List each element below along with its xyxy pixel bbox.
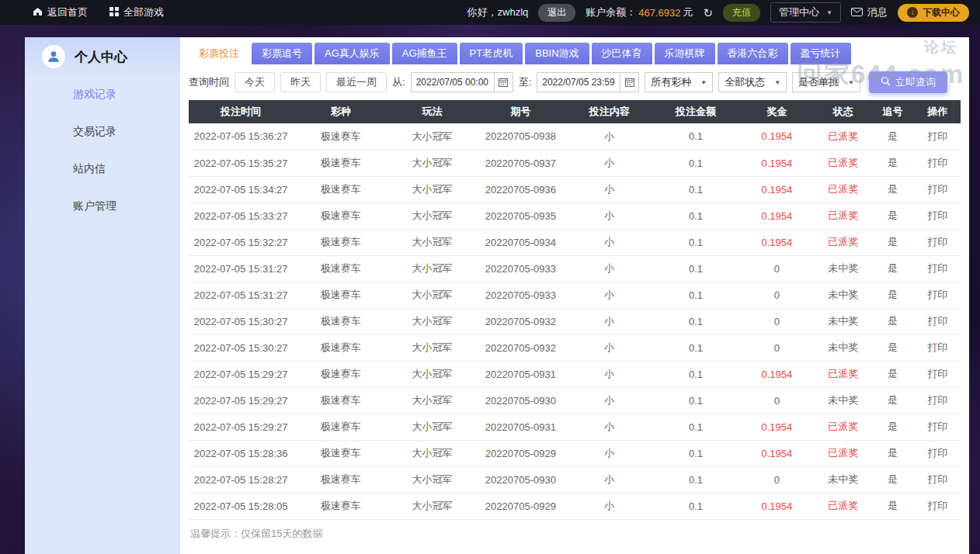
tab-pt-slots[interactable]: PT老虎机 [460, 43, 523, 64]
content-card: 彩票投注 彩票追号 AG真人娱乐 AG捕鱼王 PT老虎机 BBIN游戏 沙巴体育… [180, 37, 969, 554]
logout-button[interactable]: 退出 [538, 4, 575, 22]
messages-link[interactable]: 消息 [851, 5, 888, 19]
download-center-button[interactable]: ↓ 下载中心 [898, 4, 969, 22]
chevron-down-icon: ▼ [774, 79, 780, 86]
print-action[interactable]: 打印 [914, 334, 961, 361]
date-to-input[interactable] [537, 73, 620, 92]
table-row: 2022-07-05 15:28:05极速赛车大小冠军20220705-0929… [189, 493, 961, 519]
print-action[interactable]: 打印 [914, 255, 961, 282]
chase: 是 [871, 387, 915, 414]
tab-ag-fishing[interactable]: AG捕鱼王 [392, 43, 457, 64]
table-row: 2022-07-05 15:28:36极速赛车大小冠军20220705-0929… [189, 440, 961, 466]
print-action[interactable]: 打印 [914, 176, 961, 203]
home-link[interactable]: 返回首页 [33, 5, 88, 19]
tab-lottery-chase[interactable]: 彩票追号 [252, 43, 312, 64]
table-row: 2022-07-05 15:29:27极速赛车大小冠军20220705-0930… [189, 387, 961, 414]
issue-number: 20220705-0937 [476, 150, 565, 176]
prize: 0 [738, 308, 815, 334]
print-action[interactable]: 打印 [914, 493, 961, 519]
status: 未中奖 [815, 308, 871, 334]
print-action[interactable]: 打印 [914, 361, 961, 387]
calendar-icon[interactable] [620, 73, 638, 92]
to-label: 至: [519, 75, 532, 89]
tab-leyou-chess[interactable]: 乐游棋牌 [655, 43, 715, 64]
bet-amount: 0.1 [653, 387, 738, 414]
print-action[interactable]: 打印 [914, 282, 961, 308]
column-header-1: 彩种 [293, 100, 388, 123]
print-action[interactable]: 打印 [914, 466, 961, 493]
table-row: 2022-07-05 15:35:27极速赛车大小冠军20220705-0937… [189, 150, 961, 176]
column-header-3: 期号 [476, 100, 565, 123]
bet-amount: 0.1 [653, 176, 738, 203]
lottery-type: 极速赛车 [293, 334, 388, 361]
recharge-button[interactable]: 充值 [723, 4, 760, 22]
bet-time: 2022-07-05 15:28:05 [189, 493, 293, 519]
refresh-balance-icon[interactable]: ↻ [704, 7, 714, 19]
prize: 0.1954 [738, 414, 815, 440]
prize: 0.1954 [738, 176, 815, 203]
lottery-type: 极速赛车 [293, 282, 388, 308]
bet-amount: 0.1 [653, 255, 738, 282]
tab-lottery-bets[interactable]: 彩票投注 [189, 43, 249, 64]
sidebar-item-account-management[interactable]: 账户管理 [25, 188, 180, 225]
bet-amount: 0.1 [653, 203, 738, 229]
print-action[interactable]: 打印 [914, 387, 961, 414]
play-method: 大小冠军 [388, 387, 475, 414]
status: 已派奖 [815, 123, 871, 150]
quick-last-week-button[interactable]: 最近一周 [326, 72, 387, 92]
sidebar-header: 个人中心 [25, 37, 180, 76]
play-method: 大小冠军 [388, 466, 475, 493]
chase: 是 [871, 440, 915, 466]
lottery-type: 极速赛车 [293, 203, 388, 229]
tab-saba-sports[interactable]: 沙巴体育 [592, 43, 652, 64]
chase: 是 [871, 466, 915, 493]
issue-number: 20220705-0930 [476, 387, 565, 414]
print-action[interactable]: 打印 [914, 308, 961, 334]
lottery-type: 极速赛车 [293, 493, 388, 519]
records-table-body: 2022-07-05 15:36:27极速赛车大小冠军20220705-0938… [189, 123, 961, 519]
print-action[interactable]: 打印 [914, 414, 961, 440]
issue-number: 20220705-0934 [476, 229, 565, 255]
play-method: 大小冠军 [388, 282, 475, 308]
print-action[interactable]: 打印 [914, 440, 961, 466]
quick-yesterday-button[interactable]: 昨天 [280, 72, 321, 92]
single-pick-select[interactable]: 是否单挑 ▼ [792, 72, 860, 92]
bet-time: 2022-07-05 15:31:27 [189, 255, 293, 282]
chase: 是 [871, 229, 915, 255]
calendar-icon[interactable] [494, 73, 513, 92]
print-action[interactable]: 打印 [914, 123, 961, 150]
print-action[interactable]: 打印 [914, 203, 961, 229]
bet-time: 2022-07-05 15:35:27 [189, 150, 293, 176]
status-select[interactable]: 全部状态 ▼ [718, 72, 787, 92]
print-action[interactable]: 打印 [914, 229, 961, 255]
play-method: 大小冠军 [388, 203, 475, 229]
date-to-field [537, 72, 639, 92]
print-action[interactable]: 打印 [914, 150, 961, 176]
search-button[interactable]: 立即查询 [869, 71, 947, 93]
tab-hk-mark-six[interactable]: 香港六合彩 [718, 43, 788, 64]
bet-amount: 0.1 [653, 361, 738, 387]
date-from-input[interactable] [412, 73, 494, 92]
issue-number: 20220705-0929 [476, 493, 565, 519]
query-time-label: 查询时间 [189, 75, 229, 89]
admin-center-dropdown[interactable]: 管理中心 ▼ [770, 2, 841, 23]
tab-bbin-games[interactable]: BBIN游戏 [525, 43, 589, 64]
play-method: 大小冠军 [388, 493, 475, 519]
bet-time: 2022-07-05 15:33:27 [189, 203, 293, 229]
sidebar-item-game-records[interactable]: 游戏记录 [25, 76, 180, 113]
sidebar-item-site-messages[interactable]: 站内信 [25, 151, 180, 188]
chase: 是 [871, 308, 915, 334]
play-method: 大小冠军 [388, 361, 475, 387]
prize: 0.1954 [738, 150, 815, 176]
avatar [42, 45, 65, 68]
tab-profit-stats[interactable]: 盈亏统计 [791, 43, 851, 64]
tab-ag-live[interactable]: AG真人娱乐 [315, 43, 390, 64]
table-row: 2022-07-05 15:36:27极速赛车大小冠军20220705-0938… [189, 123, 961, 150]
balance: 账户余额： 467.6932 元 [586, 5, 693, 19]
quick-today-button[interactable]: 今天 [235, 72, 275, 92]
column-header-2: 玩法 [388, 100, 475, 123]
bet-time: 2022-07-05 15:30:27 [189, 334, 293, 361]
sidebar-item-transaction-records[interactable]: 交易记录 [25, 113, 180, 151]
lottery-type-select[interactable]: 所有彩种 ▼ [645, 72, 713, 92]
all-games-link[interactable]: 全部游戏 [109, 5, 164, 19]
